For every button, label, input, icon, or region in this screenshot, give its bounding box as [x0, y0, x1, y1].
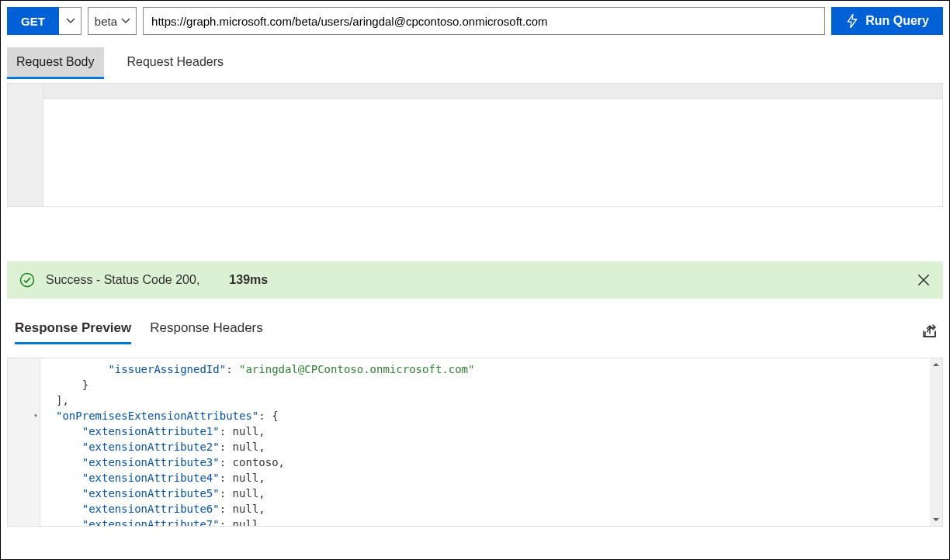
- tab-request-body[interactable]: Request Body: [7, 47, 104, 78]
- chevron-down-icon: [120, 16, 131, 26]
- lightning-icon: [845, 14, 859, 28]
- tab-response-headers[interactable]: Response Headers: [150, 320, 263, 344]
- editor-gutter: [8, 84, 43, 206]
- api-version-label: beta: [95, 15, 117, 28]
- run-query-label: Run Query: [865, 14, 929, 28]
- status-timing: 139ms: [229, 273, 268, 287]
- http-method-label: GET: [21, 15, 45, 28]
- tab-request-headers[interactable]: Request Headers: [118, 47, 234, 78]
- http-method-dropdown[interactable]: [59, 7, 81, 35]
- response-tabs: Response Preview Response Headers: [1, 299, 949, 344]
- tab-label: Request Body: [16, 55, 95, 68]
- response-json: "issuerAssignedId": "aringdal@CPContoso.…: [40, 358, 942, 526]
- query-bar: GET beta Run Query: [1, 1, 949, 35]
- run-query-button[interactable]: Run Query: [831, 7, 943, 35]
- request-url-input[interactable]: [143, 7, 825, 35]
- request-body-editor[interactable]: [7, 83, 943, 207]
- status-message: Success - Status Code 200,: [46, 273, 199, 287]
- editor-header-row: [43, 84, 942, 99]
- close-icon[interactable]: [917, 273, 931, 287]
- tab-label: Response Preview: [15, 320, 131, 335]
- http-method-button[interactable]: GET: [7, 7, 59, 35]
- scrollbar[interactable]: [930, 358, 942, 526]
- success-check-icon: [19, 272, 35, 288]
- share-icon[interactable]: [921, 323, 938, 340]
- method-group: GET: [7, 7, 81, 35]
- response-viewer[interactable]: ▾ "issuerAssignedId": "aringdal@CPContos…: [7, 358, 943, 527]
- chevron-down-icon: [65, 16, 76, 26]
- scroll-up-icon[interactable]: [930, 358, 942, 371]
- tab-label: Request Headers: [127, 55, 224, 68]
- tab-label: Response Headers: [150, 320, 263, 335]
- viewer-gutter: ▾: [8, 358, 40, 526]
- api-version-dropdown[interactable]: beta: [88, 7, 137, 35]
- tab-response-preview[interactable]: Response Preview: [15, 320, 131, 344]
- svg-point-0: [21, 274, 34, 287]
- scroll-down-icon[interactable]: [930, 513, 942, 526]
- fold-caret-icon[interactable]: ▾: [31, 408, 40, 423]
- editor-body[interactable]: [43, 84, 942, 206]
- request-tabs: Request Body Request Headers: [1, 35, 949, 78]
- status-banner: Success - Status Code 200, 139ms: [7, 261, 943, 299]
